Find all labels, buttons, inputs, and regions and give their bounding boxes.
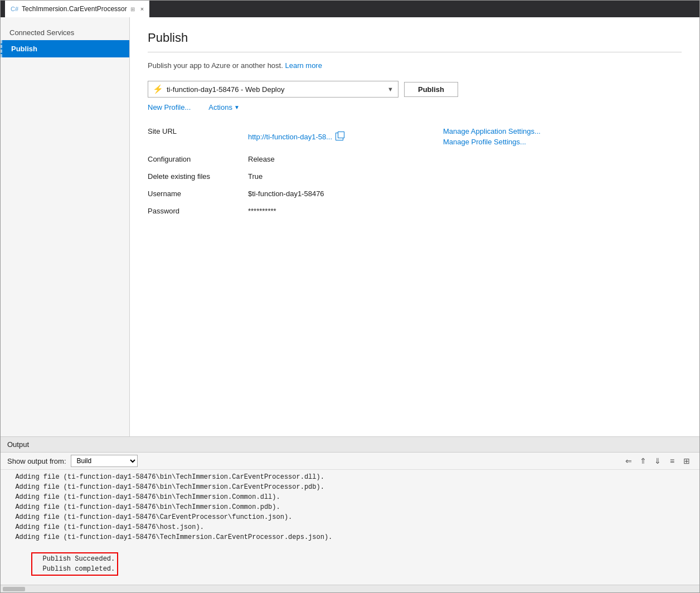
publish-button[interactable]: Publish (404, 82, 458, 97)
output-line: Adding file (ti-function-day1-58476\bin\… (7, 502, 693, 512)
page-divider (148, 52, 682, 52)
content-area: Publish Publish your app to Azure or ano… (130, 17, 699, 436)
show-output-label: Show output from: (7, 457, 66, 465)
configuration-label: Configuration (148, 150, 248, 168)
output-toolbar: Show output from: Build ⇐ ⇑ ⇓ ≡ ⊞ (1, 453, 699, 470)
tab-icon: C# (11, 6, 18, 12)
clear-icon[interactable]: ≡ (666, 455, 678, 467)
output-line: Adding file (ti-function-day1-58476\bin\… (7, 492, 693, 502)
output-panel: Output Show output from: Build ⇐ ⇑ ⇓ ≡ ⊞… (1, 436, 699, 592)
username-value: $ti-function-day1-58476 (248, 185, 443, 202)
site-url-value[interactable]: http://ti-function-day1-58... (248, 123, 443, 150)
output-line: Adding file (ti-function-day1-58476\CarE… (7, 512, 693, 522)
output-line: Adding file (ti-function-day1-58476\host… (7, 522, 693, 532)
sidebar-publish-item[interactable]: Publish (1, 40, 129, 57)
manage-profile-settings-link[interactable]: Manage Profile Settings... (443, 138, 682, 146)
output-success-lines: Publish Succeeded. Publish completed. (7, 542, 693, 585)
password-value: ********** (248, 202, 443, 220)
copy-icon[interactable] (336, 133, 343, 140)
actions-link[interactable]: Actions ▼ (208, 103, 240, 111)
output-content: Adding file (ti-function-day1-58476\bin\… (1, 470, 699, 585)
close-icon[interactable]: × (140, 6, 144, 12)
site-url-label: Site URL (148, 123, 248, 150)
configuration-value: Release (248, 150, 443, 168)
details-table: Site URL http://ti-function-day1-58... M… (148, 123, 682, 220)
new-profile-link[interactable]: New Profile... (148, 103, 191, 111)
scroll-to-start-icon[interactable]: ⇐ (623, 455, 635, 467)
scroll-up-icon[interactable]: ⇑ (637, 455, 649, 467)
delete-files-value: True (248, 168, 443, 185)
delete-files-label: Delete existing files (148, 168, 248, 185)
scroll-down-icon[interactable]: ⇓ (652, 455, 664, 467)
page-description: Publish your app to Azure or another hos… (148, 61, 682, 70)
sidebar-connected-services[interactable]: Connected Services (1, 24, 129, 40)
publish-succeeded-text: Publish Succeeded. Publish completed. (31, 552, 118, 576)
profile-dropdown[interactable]: ⚡ ti-function-day1-58476 - Web Deploy ▼ (148, 81, 398, 98)
actions-row: New Profile... Actions ▼ (148, 103, 682, 111)
main-area: Connected Services Publish Publish Publi… (1, 17, 699, 436)
output-line: Adding file (ti-function-day1-58476\bin\… (7, 482, 693, 492)
tab-title: TechImmersion.CarEventProcessor (22, 5, 127, 13)
profile-row: ⚡ ti-function-day1-58476 - Web Deploy ▼ … (148, 81, 682, 98)
title-bar: C# TechImmersion.CarEventProcessor ⊞ × (1, 1, 699, 17)
scroll-thumb[interactable] (3, 587, 25, 591)
learn-more-link[interactable]: Learn more (285, 61, 322, 70)
actions-label: Actions (208, 103, 232, 111)
manage-actions: Manage Application Settings... Manage Pr… (443, 123, 682, 150)
profile-dropdown-text: ti-function-day1-58476 - Web Deploy (167, 85, 384, 94)
title-tab[interactable]: C# TechImmersion.CarEventProcessor ⊞ × (5, 1, 149, 17)
word-wrap-icon[interactable]: ⊞ (680, 455, 693, 467)
sidebar: Connected Services Publish (1, 17, 130, 436)
output-header: Output (1, 437, 699, 453)
page-title: Publish (148, 31, 682, 45)
output-source-dropdown[interactable]: Build (71, 455, 138, 467)
manage-app-settings-link[interactable]: Manage Application Settings... (443, 127, 682, 135)
output-line: Adding file (ti-function-day1-58476\bin\… (7, 472, 693, 482)
password-label: Password (148, 202, 248, 220)
dropdown-arrow-icon: ▼ (387, 86, 393, 93)
output-line: Adding file (ti-function-day1-58476\Tech… (7, 532, 693, 542)
username-label: Username (148, 185, 248, 202)
lightning-icon: ⚡ (153, 84, 163, 94)
output-toolbar-icons: ⇐ ⇑ ⇓ ≡ ⊞ (623, 455, 693, 467)
actions-arrow-icon: ▼ (234, 104, 240, 110)
scroll-bar-area[interactable] (1, 585, 699, 592)
pin-icon[interactable]: ⊞ (130, 6, 135, 12)
